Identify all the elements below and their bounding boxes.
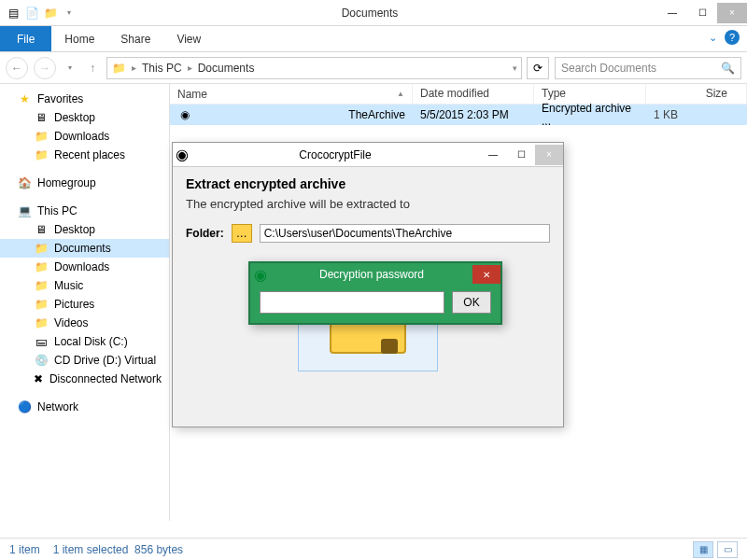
desktop-icon: 🖥 — [34, 222, 49, 237]
croco-heading: Extract encrypted archive — [186, 176, 550, 191]
tree-item-desktop[interactable]: 🖥Desktop — [0, 220, 169, 239]
up-button[interactable]: ↑ — [84, 57, 101, 79]
browse-folder-button[interactable]: … — [232, 224, 252, 243]
pictures-icon: 📁 — [34, 297, 49, 312]
address-dropdown-icon[interactable]: ▾ — [513, 63, 517, 73]
tree-item-cd-drive[interactable]: 💿CD Drive (D:) Virtual — [0, 351, 169, 370]
ok-button[interactable]: OK — [452, 291, 491, 314]
password-close-button[interactable]: ✕ — [472, 265, 500, 284]
netdrive-icon: ✖ — [34, 371, 44, 386]
search-icon: 🔍 — [721, 62, 735, 75]
expand-ribbon-icon[interactable]: ⌄ — [709, 32, 717, 44]
crococrypt-titlebar: ◉ CrococryptFile — ☐ × — [173, 143, 563, 167]
tree-item-network-drive[interactable]: ✖Disconnected Network — [0, 370, 169, 388]
history-dropdown-icon[interactable]: ▾ — [62, 57, 78, 79]
forward-button[interactable]: → — [34, 57, 56, 79]
tree-item-documents[interactable]: 📁Documents — [0, 239, 169, 258]
nav-tree: ★Favorites 🖥Desktop 📁Downloads 📁Recent p… — [0, 84, 170, 521]
titlebar: ▤ 📄 📁 ▾ Documents — ☐ × — [0, 0, 747, 26]
file-type: Encrypted archive ... — [534, 102, 646, 128]
downloads-icon: 📁 — [34, 129, 49, 144]
tree-favorites[interactable]: ★Favorites — [0, 90, 169, 108]
breadcrumb[interactable]: Documents — [198, 62, 255, 75]
tree-this-pc[interactable]: 💻This PC — [0, 202, 169, 220]
music-icon: 📁 — [34, 278, 49, 293]
tree-item-music[interactable]: 📁Music — [0, 276, 169, 295]
password-title: Decryption password — [271, 268, 472, 281]
sort-asc-icon: ▲ — [397, 90, 404, 98]
maximize-button[interactable]: ☐ — [687, 3, 717, 23]
homegroup-icon: 🏠 — [17, 175, 32, 190]
downloads-icon: 📁 — [34, 259, 49, 274]
breadcrumb[interactable]: This PC — [142, 62, 182, 75]
chevron-right-icon: ▸ — [188, 63, 192, 73]
column-headers: Name▲ Date modified Type Size — [170, 84, 747, 105]
file-size: 1 KB — [646, 108, 747, 121]
navbar: ← → ▾ ↑ 📁 ▸ This PC ▸ Documents ▾ ⟳ Sear… — [0, 52, 747, 84]
search-placeholder: Search Documents — [561, 62, 656, 75]
tree-item-local-disk[interactable]: 🖴Local Disk (C:) — [0, 332, 169, 351]
properties-icon[interactable]: ▤ — [6, 6, 21, 21]
window-title: Documents — [82, 7, 657, 20]
tree-item-desktop[interactable]: 🖥Desktop — [0, 108, 169, 127]
tree-item-videos[interactable]: 📁Videos — [0, 314, 169, 332]
tree-item-downloads[interactable]: 📁Downloads — [0, 258, 169, 276]
status-count: 1 item — [9, 543, 40, 556]
open-folder-icon[interactable]: 📁 — [43, 6, 58, 21]
drive-icon: 🖴 — [34, 334, 49, 349]
documents-icon: 📁 — [34, 241, 49, 256]
qat-dropdown-icon[interactable]: ▾ — [62, 6, 77, 21]
lock-icon — [381, 339, 398, 354]
password-input[interactable] — [260, 291, 444, 314]
chevron-right-icon: ▸ — [132, 63, 136, 73]
password-titlebar: ◉ Decryption password ✕ — [250, 263, 500, 286]
view-tab[interactable]: View — [163, 26, 214, 51]
help-icon[interactable]: ? — [725, 30, 740, 45]
folder-label: Folder: — [186, 227, 224, 240]
ribbon: File Home Share View ⌄ ? — [0, 26, 747, 52]
minimize-button[interactable]: — — [657, 3, 687, 23]
status-bytes: 856 bytes — [134, 543, 183, 556]
croco-close-button[interactable]: × — [535, 145, 563, 165]
col-name[interactable]: Name▲ — [170, 84, 413, 104]
videos-icon: 📁 — [34, 315, 49, 330]
file-date: 5/5/2015 2:03 PM — [413, 108, 534, 121]
home-tab[interactable]: Home — [51, 26, 107, 51]
col-size[interactable]: Size — [646, 84, 747, 104]
col-date[interactable]: Date modified — [413, 84, 534, 104]
croco-maximize-button[interactable]: ☐ — [507, 145, 535, 165]
file-tab[interactable]: File — [0, 26, 51, 51]
back-button[interactable]: ← — [6, 57, 28, 79]
tree-item-downloads[interactable]: 📁Downloads — [0, 127, 169, 146]
icons-view-button[interactable]: ▭ — [717, 541, 738, 558]
password-dialog: ◉ Decryption password ✕ OK — [248, 261, 502, 325]
new-folder-icon[interactable]: 📄 — [24, 6, 39, 21]
croco-minimize-button[interactable]: — — [479, 145, 507, 165]
tree-item-pictures[interactable]: 📁Pictures — [0, 295, 169, 314]
details-view-button[interactable]: ▦ — [693, 541, 713, 558]
tree-item-recent[interactable]: 📁Recent places — [0, 146, 169, 164]
crococrypt-icon: ◉ — [173, 146, 191, 163]
tree-homegroup[interactable]: 🏠Homegroup — [0, 174, 169, 192]
share-tab[interactable]: Share — [107, 26, 163, 51]
desktop-icon: 🖥 — [34, 110, 49, 125]
crococrypt-title: CrococryptFile — [191, 148, 479, 161]
folder-path-input[interactable] — [260, 224, 550, 243]
tree-network[interactable]: 🔵Network — [0, 398, 169, 416]
search-input[interactable]: Search Documents 🔍 — [555, 57, 741, 79]
network-icon: 🔵 — [17, 399, 32, 414]
cd-icon: 💿 — [34, 353, 49, 368]
croco-description: The encrypted archive will be extracted … — [186, 197, 550, 211]
pc-icon: 💻 — [17, 203, 32, 218]
refresh-button[interactable]: ⟳ — [527, 57, 549, 79]
file-row[interactable]: ◉TheArchive 5/5/2015 2:03 PM Encrypted a… — [170, 105, 747, 125]
col-type[interactable]: Type — [534, 84, 646, 104]
quick-access-toolbar: ▤ 📄 📁 ▾ — [0, 6, 82, 21]
password-icon: ◉ — [250, 266, 271, 284]
close-button[interactable]: × — [717, 3, 747, 23]
archive-icon: ◉ — [177, 107, 192, 122]
folder-icon: 📁 — [111, 61, 126, 76]
address-bar[interactable]: 📁 ▸ This PC ▸ Documents ▾ — [106, 57, 522, 79]
status-bar: 1 item 1 item selected 856 bytes ▦ ▭ — [0, 538, 747, 560]
star-icon: ★ — [17, 91, 32, 106]
